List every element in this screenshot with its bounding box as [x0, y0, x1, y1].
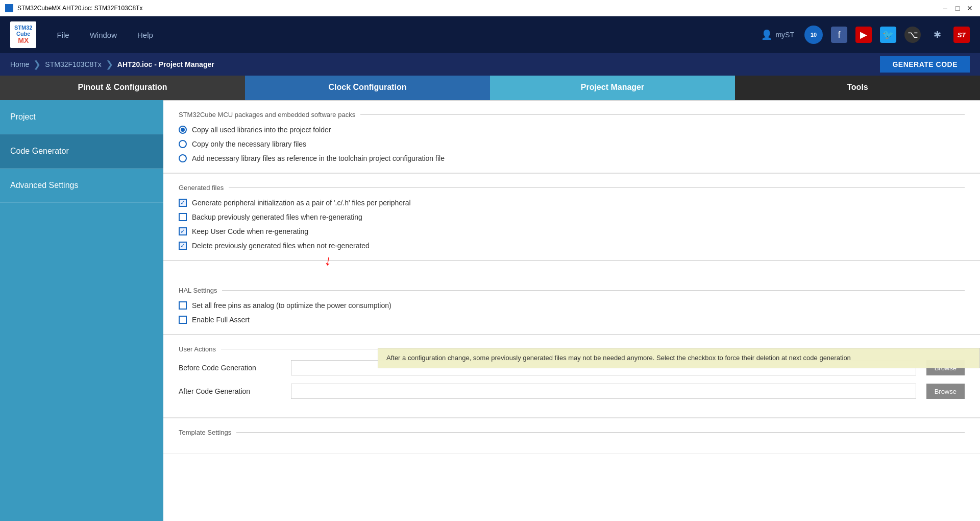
template-settings-section: Template Settings [163, 418, 980, 454]
generate-code-button[interactable]: GENERATE CODE [880, 56, 970, 73]
title-bar-title: STM32CubeMX AHT20.ioc: STM32F103C8Tx [17, 5, 142, 12]
checkbox-delete-generated-box[interactable]: ✓ [179, 242, 187, 250]
radio-copy-all[interactable]: Copy all used libraries into the project… [179, 126, 965, 134]
tooltip-bar: After a configuration change, some previ… [378, 348, 980, 368]
sidebar-item-code-generator[interactable]: Code Generator [0, 134, 163, 169]
logo-area: STM32 Cube MX [10, 21, 36, 48]
stm32-icon [5, 4, 13, 12]
mcu-radio-group: Copy all used libraries into the project… [179, 126, 965, 162]
radio-copy-all-label: Copy all used libraries into the project… [192, 126, 331, 134]
checkbox-enable-assert-label: Enable Full Assert [192, 316, 250, 324]
after-gen-input[interactable] [291, 384, 916, 399]
radio-add-reference[interactable]: Add necessary library files as reference… [179, 154, 965, 162]
mcu-section-title: STM32Cube MCU packages and embedded soft… [179, 111, 965, 119]
sidebar-item-project[interactable]: Project [0, 100, 163, 134]
checkbox-set-analog-label: Set all free pins as analog (to optimize… [192, 301, 391, 310]
youtube-icon[interactable]: ▶ [855, 27, 872, 43]
checkbox-delete-generated[interactable]: ✓ Delete previously generated files when… [179, 242, 965, 250]
bc-stm32[interactable]: STM32F103C8Tx [45, 60, 101, 68]
radio-copy-necessary-label: Copy only the necessary library files [192, 140, 306, 148]
myst-button[interactable]: 👤 myST [761, 29, 794, 40]
after-gen-browse-button[interactable]: Browse [926, 384, 965, 399]
social-icons: 10 f ▶ 🐦 ⌥ ✱ ST [804, 26, 970, 44]
radio-copy-necessary-btn[interactable] [179, 140, 187, 148]
radio-copy-all-btn[interactable] [179, 126, 187, 134]
facebook-icon[interactable]: f [831, 27, 847, 43]
generated-files-checkboxes: ✓ Generate peripheral initialization as … [179, 199, 965, 250]
breadcrumb: Home ❯ STM32F103C8Tx ❯ AHT20.ioc - Proje… [0, 53, 980, 76]
maximize-button[interactable]: □ [952, 3, 963, 13]
radio-add-reference-label: Add necessary library files as reference… [192, 154, 445, 162]
bc-project[interactable]: AHT20.ioc - Project Manager [117, 60, 214, 68]
generated-files-section: Generated files ✓ Generate peripheral in… [163, 174, 980, 260]
checkbox-enable-assert[interactable]: Enable Full Assert [179, 316, 965, 324]
checkbox-backup-files[interactable]: Backup previously generated files when r… [179, 213, 965, 221]
logo-mx: MX [18, 37, 29, 44]
checkbox-gen-peripheral[interactable]: ✓ Generate peripheral initialization as … [179, 199, 965, 207]
logo-box: STM32 Cube MX [10, 21, 36, 48]
tab-project-manager[interactable]: Project Manager [490, 76, 735, 100]
checkbox-keep-user-code[interactable]: ✓ Keep User Code when re-generating [179, 227, 965, 235]
myst-label: myST [775, 31, 794, 39]
network-icon[interactable]: ✱ [929, 27, 945, 43]
title-bar-controls[interactable]: – □ ✕ [940, 3, 975, 13]
checkbox-backup-files-box[interactable] [179, 213, 187, 221]
sidebar-item-advanced-settings[interactable]: Advanced Settings [0, 169, 163, 203]
minimize-button[interactable]: – [940, 3, 950, 13]
st-icon[interactable]: ST [953, 27, 970, 43]
version-icon: 10 [804, 26, 823, 44]
menu-right: 👤 myST 10 f ▶ 🐦 ⌥ ✱ ST [761, 26, 970, 44]
bc-arrow-1: ❯ [33, 59, 41, 70]
before-gen-label: Before Code Generation [179, 364, 281, 372]
main-tabs: Pinout & Configuration Clock Configurati… [0, 76, 980, 100]
radio-add-reference-btn[interactable] [179, 154, 187, 162]
menu-help[interactable]: Help [137, 29, 153, 41]
hal-settings-checkboxes: Set all free pins as analog (to optimize… [179, 301, 965, 324]
checkbox-enable-assert-box[interactable] [179, 316, 187, 324]
menu-file[interactable]: File [57, 29, 69, 41]
user-icon: 👤 [761, 29, 772, 40]
checkbox-set-analog[interactable]: Set all free pins as analog (to optimize… [179, 301, 965, 310]
template-settings-title: Template Settings [179, 429, 965, 436]
hal-settings-section: HAL Settings Set all free pins as analog… [163, 261, 980, 335]
checkbox-gen-peripheral-box[interactable]: ✓ [179, 199, 187, 207]
bc-arrow-2: ❯ [106, 59, 113, 70]
mcu-section: STM32Cube MCU packages and embedded soft… [163, 100, 980, 173]
tab-clock[interactable]: Clock Configuration [245, 76, 490, 100]
checkbox-delete-generated-label: Delete previously generated files when n… [192, 242, 370, 250]
generated-files-title: Generated files [179, 184, 965, 192]
close-button[interactable]: ✕ [965, 3, 975, 13]
checkbox-set-analog-box[interactable] [179, 301, 187, 310]
main-panel: ↓ After a configuration change, some pre… [163, 100, 980, 521]
checkbox-backup-files-label: Backup previously generated files when r… [192, 213, 362, 221]
tab-tools[interactable]: Tools [735, 76, 980, 100]
tab-pinout[interactable]: Pinout & Configuration [0, 76, 245, 100]
logo-stm: STM32 [14, 25, 32, 31]
menu-items: File Window Help [57, 29, 761, 41]
menu-bar: STM32 Cube MX File Window Help 👤 myST 10… [0, 16, 980, 53]
hal-settings-title: HAL Settings [179, 287, 965, 294]
checkbox-gen-peripheral-label: Generate peripheral initialization as a … [192, 199, 411, 207]
twitter-icon[interactable]: 🐦 [880, 27, 896, 43]
checkbox-keep-user-code-box[interactable]: ✓ [179, 227, 187, 235]
menu-window[interactable]: Window [90, 29, 117, 41]
github-icon[interactable]: ⌥ [904, 27, 921, 43]
sidebar: Project Code Generator Advanced Settings [0, 100, 163, 521]
checkbox-keep-user-code-label: Keep User Code when re-generating [192, 227, 308, 235]
radio-copy-necessary[interactable]: Copy only the necessary library files [179, 140, 965, 148]
user-action-after-gen: After Code Generation Browse [179, 384, 965, 399]
title-bar-left: STM32CubeMX AHT20.ioc: STM32F103C8Tx [5, 4, 142, 12]
bc-home[interactable]: Home [10, 60, 29, 68]
after-gen-label: After Code Generation [179, 387, 281, 395]
title-bar: STM32CubeMX AHT20.ioc: STM32F103C8Tx – □… [0, 0, 980, 16]
content-area: Project Code Generator Advanced Settings… [0, 100, 980, 521]
